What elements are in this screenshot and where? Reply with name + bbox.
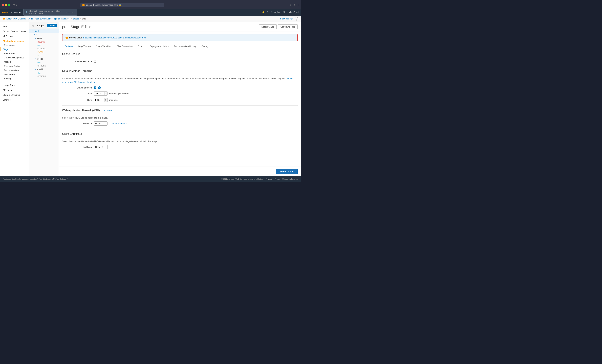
tree-item-health[interactable]: ▼ /health <box>29 67 59 71</box>
share-icon[interactable]: ↑ <box>294 3 295 7</box>
tree-root-label: / <box>36 33 36 36</box>
tree-item-root[interactable]: ▼ / <box>29 33 59 37</box>
sidebar: APIs Custom Domain Names VPC Links API: … <box>0 22 29 176</box>
rate-increment-button[interactable]: ▲ <box>105 92 107 94</box>
web-acl-select[interactable]: None ⇕ <box>94 121 108 126</box>
breadcrumb-service-icon: 🔶 <box>3 18 5 20</box>
aws-search-bar[interactable]: 🔍 Search for services, features, blogs, … <box>23 9 77 16</box>
user-menu[interactable]: M. Luthfi As Syafii <box>283 11 299 13</box>
region-selector[interactable]: N. Virginia <box>271 11 280 13</box>
sidebar-item-settings[interactable]: Settings <box>0 97 29 102</box>
breadcrumb-api-name[interactable]: food-aws-serverless-api (6o7nxmk3g5) <box>35 18 70 20</box>
tree-method-get-foods-label: GET <box>37 62 41 64</box>
sidebar-item-gateway-responses[interactable]: Gateway Responses <box>0 55 29 60</box>
tab-documentation-history[interactable]: Documentation History <box>171 44 199 49</box>
enable-throttling-checkbox[interactable]: ✓ <box>94 86 97 89</box>
sidebar-item-stages[interactable]: Stages <box>0 47 29 51</box>
tree-item-options-foods[interactable]: OPTIONS <box>29 64 59 67</box>
breadcrumb-apis[interactable]: APIs <box>29 18 33 20</box>
tree-item-food[interactable]: ▼ /food <box>29 37 59 40</box>
window-controls-icon[interactable]: ⊞ <box>13 3 15 7</box>
sidebar-item-custom-domain-names[interactable]: Custom Domain Names <box>0 29 29 34</box>
create-stage-button[interactable]: Create <box>47 24 57 27</box>
sidebar-item-dashboard[interactable]: Dashboard <box>0 72 29 76</box>
tree-method-options-health-label: OPTIONS <box>37 75 46 77</box>
maximize-button[interactable] <box>8 4 10 6</box>
breadcrumb-service[interactable]: Amazon API Gateway <box>6 18 26 20</box>
waf-description: Select the Web ACL to be applied to this… <box>62 117 298 119</box>
sidebar-item-api-keys[interactable]: API Keys <box>0 88 29 93</box>
breadcrumb-stages[interactable]: Stages <box>73 18 79 20</box>
help-icon[interactable]: ? <box>267 11 269 13</box>
breadcrumb-sep-2: › <box>34 18 34 20</box>
cert-description: Select the client certificate that API G… <box>62 140 298 142</box>
rate-row: Rate ▲ ▼ requests per second <box>62 91 298 96</box>
configure-tags-button[interactable]: Configure Tags <box>278 24 298 29</box>
sidebar-item-authorizers[interactable]: Authorizers <box>0 51 29 55</box>
tree-item-prod[interactable]: ▼ prod <box>29 29 59 33</box>
sidebar-item-resource-policy[interactable]: Resource Policy <box>0 64 29 68</box>
tab-logs-tracing[interactable]: Logs/Tracing <box>75 44 93 49</box>
address-bar[interactable]: us-east-1.console.aws.amazon.com 🔒 <box>80 3 164 7</box>
throttle-learn-more-link[interactable]: Read more about API Gateway throttling <box>62 77 293 83</box>
tab-export[interactable]: Export <box>135 44 147 49</box>
save-changes-button[interactable]: Save Changes <box>276 169 298 174</box>
sidebar-item-client-certificates[interactable]: Client Certificates <box>0 93 29 97</box>
cast-icon[interactable]: ⎚ <box>290 3 291 7</box>
rate-input[interactable] <box>94 92 104 95</box>
tree-item-get-foods[interactable]: GET <box>29 61 59 64</box>
sidebar-item-settings-api[interactable]: Settings <box>0 76 29 81</box>
tree-item-delete[interactable]: DELETE <box>29 40 59 44</box>
burst-increment-button[interactable]: ▲ <box>105 98 107 100</box>
tree-item-options-food[interactable]: OPTIONS <box>29 47 59 50</box>
tab-sdk-generation[interactable]: SDK Generation <box>114 44 135 49</box>
throttling-description: Choose the default throttling level for … <box>62 77 298 84</box>
tree-item-get-health[interactable]: GET <box>29 71 59 75</box>
sidebar-item-models[interactable]: Models <box>0 60 29 64</box>
tab-stage-variables[interactable]: Stage Variables <box>93 44 114 49</box>
tabs-bar: Settings Logs/Tracing Stage Variables SD… <box>62 44 298 49</box>
invoke-url-link[interactable]: https://6o7nxmk3g5.execute-api.us-east-1… <box>83 36 146 39</box>
tree-item-get-food[interactable]: GET <box>29 44 59 47</box>
sidebar-item-resources[interactable]: Resources <box>0 43 29 47</box>
help-circle-icon[interactable]: ? <box>295 17 298 21</box>
sidebar-item-apis[interactable]: APIs <box>0 24 29 29</box>
tab-deployment-history[interactable]: Deployment History <box>147 44 171 49</box>
enable-api-cache-checkbox[interactable] <box>94 60 97 63</box>
minimize-button[interactable] <box>5 4 7 6</box>
tab-settings[interactable]: Settings <box>62 44 75 49</box>
tree-item-foods[interactable]: ▼ /foods <box>29 57 59 61</box>
footer-privacy-link[interactable]: Privacy <box>266 178 272 180</box>
certificate-select[interactable]: None ⇕ <box>94 145 108 149</box>
footer-terms-link[interactable]: Terms <box>275 178 280 180</box>
rate-decrement-button[interactable]: ▼ <box>105 94 107 95</box>
unified-settings-link[interactable]: Unified Settings <box>53 178 66 180</box>
waf-learn-more-link[interactable]: Learn more. <box>101 109 112 112</box>
close-button[interactable] <box>2 4 4 6</box>
burst-spinners: ▲ ▼ <box>104 98 107 102</box>
sidebar-item-vpc-links[interactable]: VPC Links <box>0 34 29 39</box>
monitor-icon[interactable]: ⎖ <box>258 11 259 13</box>
sidebar-item-usage-plans[interactable]: Usage Plans <box>0 83 29 88</box>
bell-icon[interactable]: 🔔 <box>262 11 265 13</box>
tree-food-label: /food <box>37 37 42 40</box>
feedback-link[interactable]: Feedback <box>3 178 11 180</box>
new-tab-icon[interactable]: + <box>298 3 299 7</box>
services-menu[interactable]: ⊞ Services <box>11 11 21 14</box>
burst-decrement-button[interactable]: ▼ <box>105 100 107 102</box>
sidebar-item-documentation[interactable]: Documentation <box>0 68 29 72</box>
create-web-acl-link[interactable]: Create Web ACL <box>111 122 127 125</box>
collapse-sidebar-button[interactable]: ◁ <box>32 24 33 27</box>
external-link-icon: ↗ <box>67 178 68 180</box>
tab-canary[interactable]: Canary <box>199 44 211 49</box>
burst-input[interactable] <box>94 98 104 102</box>
tree-item-options-health[interactable]: OPTIONS <box>29 75 59 78</box>
tree-item-patch-food[interactable]: PATCH <box>29 50 59 54</box>
tree-item-post-food[interactable]: POST <box>29 54 59 57</box>
throttling-info-icon[interactable]: i <box>98 86 101 89</box>
page-title: prod Stage Editor <box>62 25 91 29</box>
back-icon[interactable]: ‹ <box>16 3 17 7</box>
show-hints-button[interactable]: Show all hints <box>280 18 293 20</box>
delete-stage-button[interactable]: Delete Stage <box>259 24 277 29</box>
footer-cookie-prefs-link[interactable]: Cookie preferences <box>282 178 298 180</box>
